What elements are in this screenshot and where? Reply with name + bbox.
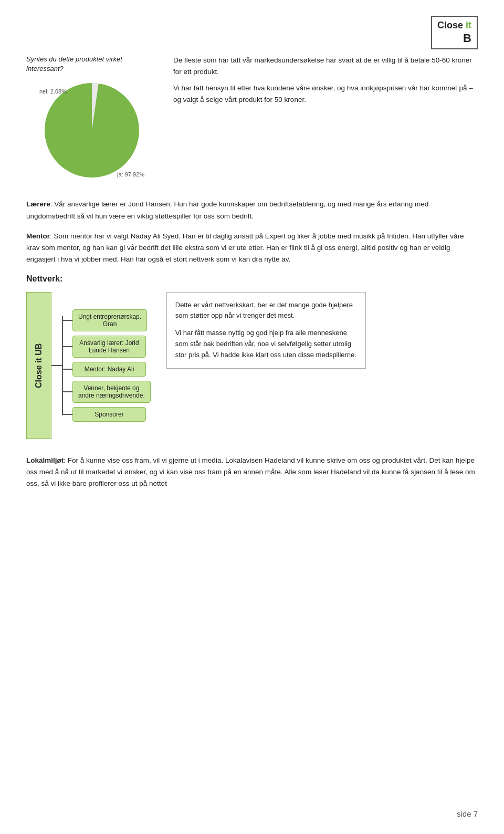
org-nodes-container: Ungt entreprenørskap.Gran Ansvarlig lære… [62,309,151,422]
org-node-4: Sponsorer [72,407,146,422]
org-main-hline [51,365,62,366]
org-hline-2 [62,369,72,370]
logo-b: B [463,32,471,45]
org-node-0: Ungt entreprenørskap.Gran [72,309,147,331]
nettverk-title: Nettverk: [26,274,478,284]
text-area: De fleste som har tatt vår markedsunders… [158,55,478,110]
org-hline-0 [62,320,72,321]
org-row-3: Venner, bekjente ogandre næringsdrivende… [62,381,151,403]
org-node-1: Ansvarlig lærer: JoridLunde Hansen [72,336,146,358]
org-hline-1 [62,346,72,347]
lerere-section: Lærere: Vår ansvarlige lærer er Jorid Ha… [26,199,478,222]
pie-label-nei: nei: 2.08% [39,88,67,95]
nettverk-layout: Close it UB Ungt entreprenørskap.Gran An… [26,292,478,439]
mentor-label: Mentor [26,232,50,240]
chart-title: Syntes du dette produktet virket interes… [26,55,158,74]
logo: Close it B [431,16,478,49]
mentor-section: Mentor: Som mentor har vi valgt Naday Al… [26,231,478,266]
lokalmiljo-label: Lokalmiljøt [26,456,64,464]
nettverk-right-box: Dette er vårt nettverkskart, her er det … [166,292,366,369]
org-left-box: Close it UB [26,292,51,439]
logo-it: it [466,20,471,30]
pie-chart: nei: 2.08% ja: 97.92% [39,78,144,183]
nettverk-right-p1: Dette er vårt nettverkskart, her er det … [175,300,357,322]
org-vline [62,316,63,415]
chart-area: Syntes du dette produktet virket interes… [26,55,158,183]
org-chart: Close it UB Ungt entreprenørskap.Gran An… [26,292,151,439]
org-row-1: Ansvarlig lærer: JoridLunde Hansen [62,336,151,358]
org-row-2: Mentor: Naday Ali [62,362,151,377]
lokalmiljo-text: : For å kunne vise oss fram, vil vi gjer… [26,456,475,488]
logo-close: Close [437,20,466,30]
text-p1: De fleste som har tatt vår markedsunders… [173,55,478,77]
org-hline-3 [62,391,72,392]
org-node-2: Mentor: Naday Ali [72,362,146,377]
org-row-4: Sponsorer [62,407,151,422]
org-row-0: Ungt entreprenørskap.Gran [62,309,151,331]
mentor-text: : Som mentor har vi valgt Naday Ali Syed… [26,232,464,264]
header: Close it B [26,16,478,49]
page-number: side 7 [457,809,478,818]
pie-label-ja: ja: 97.92% [117,171,144,178]
lokalmiljo-section: Lokalmiljøt: For å kunne vise oss fram, … [26,455,478,490]
lerere-text: : Vår ansvarlige lærer er Jorid Hansen. … [26,200,428,220]
org-hline-4 [62,414,72,415]
lerere-label: Lærere [26,200,50,208]
org-node-3: Venner, bekjente ogandre næringsdrivende… [72,381,151,403]
top-section: Syntes du dette produktet virket interes… [26,55,478,183]
nettverk-right-p2: Vi har fått masse nyttig og god hjelp fr… [175,328,357,360]
text-p2: Vi har tatt hensyn til etter hva kundene… [173,82,478,105]
